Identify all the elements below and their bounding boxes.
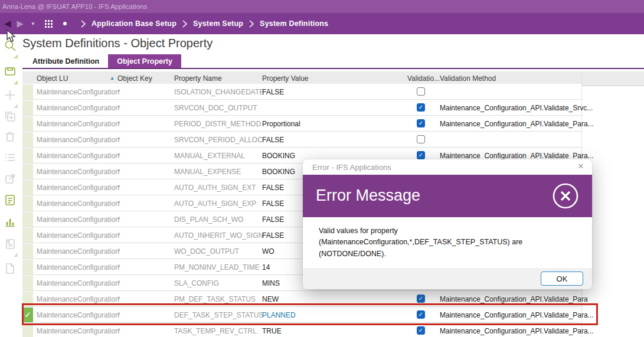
cell-property-name: PM_NONINV_LEAD_TIME (174, 263, 260, 271)
row-selector-cell[interactable]: ✓ (22, 196, 33, 211)
dialog-close-icon[interactable]: × (576, 161, 586, 172)
column-header-property-value[interactable]: Property Value (262, 74, 309, 83)
row-selector-cell[interactable]: ✓ (22, 292, 33, 306)
cell-property-name: AUTO_INHERIT_WO_SIGN (174, 231, 263, 240)
column-header-object-key[interactable]: Object Key (117, 74, 152, 83)
window-title: Anna-Lena @ IFSUAT APP10 - IFS Applicati… (2, 3, 147, 10)
cell-property-name: TASK_TEMP_REV_CTRL (174, 327, 257, 335)
tab-strip: Attribute Definition Object Property (24, 54, 181, 68)
window-titlebar: Anna-Lena @ IFSUAT APP10 - IFS Applicati… (0, 0, 644, 13)
row-selector-cell[interactable]: ✓ (22, 84, 33, 99)
table-row[interactable]: ✓ MaintenanceConfiguration * DEF_TASK_ST… (22, 307, 581, 323)
column-header-property-name[interactable]: Property Name (174, 74, 222, 83)
row-selector-cell[interactable]: ✓ (22, 323, 33, 337)
dialog-title: Error - IFS Applications (312, 163, 391, 172)
table-row[interactable]: ✓ MaintenanceConfiguration * PERIOD_DIST… (22, 116, 581, 132)
cell-object-lu: MaintenanceConfiguration (37, 263, 119, 271)
save-badge-icon (14, 80, 18, 84)
cell-object-lu: MaintenanceConfiguration (37, 215, 119, 224)
cell-object-key: * (117, 295, 120, 303)
cell-property-value: FALSE (262, 88, 284, 96)
nav-bullet-icon (63, 22, 67, 25)
cell-object-key: * (117, 120, 120, 128)
breadcrumb-item-system-definitions[interactable]: System Definitions (260, 19, 328, 28)
row-selector-cell[interactable]: ✓ (22, 307, 33, 322)
row-selector-cell[interactable]: ✓ (22, 260, 33, 274)
breadcrumb-separator-icon (80, 19, 86, 28)
column-header-validation[interactable]: Validatio... (407, 74, 440, 83)
validation-checkbox[interactable]: ✓ (417, 103, 425, 112)
validation-checkbox[interactable] (417, 135, 425, 143)
validation-checkbox[interactable]: ✓ (417, 295, 425, 303)
cell-property-name: DIS_PLAN_SCH_WO (174, 215, 243, 224)
row-selector-cell[interactable]: ✓ (22, 244, 33, 259)
cell-object-lu: MaintenanceConfiguration (37, 279, 119, 287)
validation-checkbox[interactable]: ✓ (417, 326, 425, 335)
cell-property-name: WO_DOC_OUTPUT (174, 247, 239, 256)
table-row[interactable]: ✓ MaintenanceConfiguration * ISOLATION_C… (22, 84, 581, 100)
table-row[interactable]: ✓ MaintenanceConfiguration * PM_DEF_TASK… (22, 291, 581, 307)
row-selector-cell[interactable]: ✓ (22, 228, 33, 243)
search-icon[interactable] (4, 39, 17, 52)
cell-object-lu: MaintenanceConfiguration (37, 104, 119, 112)
dialog-banner: Error Message (303, 175, 592, 217)
table-row[interactable]: ✓ MaintenanceConfiguration * SRVCON_PERI… (22, 132, 581, 148)
forward-icon[interactable]: ▶ (17, 18, 24, 29)
checklist-icon[interactable] (4, 194, 17, 207)
cell-object-lu: MaintenanceConfiguration (37, 295, 119, 303)
column-header-validation-method[interactable]: Validation Method (440, 74, 496, 83)
cell-property-name: DEF_TASK_STEP_STATUS (174, 311, 263, 319)
error-dialog: Error - IFS Applications × Error Message… (303, 159, 592, 289)
row-selector-cell[interactable]: ✓ (22, 132, 33, 147)
breadcrumb-item-application-base-setup[interactable]: Application Base Setup (91, 19, 176, 28)
breadcrumb-item-system-setup[interactable]: System Setup (193, 19, 243, 28)
row-selector-cell[interactable]: ✓ (22, 100, 33, 115)
cell-object-lu: MaintenanceConfiguration (37, 88, 119, 96)
cell-validation-method: Maintenance_Configuration_API.Validate_P… (440, 152, 594, 160)
breadcrumb-separator-icon (249, 19, 254, 28)
cell-object-lu: MaintenanceConfiguration (37, 231, 119, 240)
cell-object-lu: MaintenanceConfiguration (37, 152, 119, 160)
row-selector-cell[interactable]: ✓ (22, 212, 33, 227)
row-selector-cell[interactable]: ✓ (22, 164, 33, 179)
cell-property-value: BOOKING (262, 168, 295, 176)
tab-attribute-definition[interactable]: Attribute Definition (24, 54, 108, 68)
sort-ascending-icon[interactable]: ▲ (110, 76, 115, 81)
tab-object-property[interactable]: Object Property (108, 54, 181, 68)
open-external-icon (4, 172, 17, 185)
cell-property-name: AUTO_AUTH_SIGN_EXT (174, 184, 256, 192)
document-info-icon (4, 237, 17, 250)
cell-property-name: SRVCON_PERIOD_ALLOC (174, 136, 263, 144)
validation-checkbox[interactable]: ✓ (417, 119, 425, 127)
cell-property-name: SLA_CONFIG (174, 279, 219, 287)
navigation-bar: ◀ ▶ ▼ Application Base Setup System Setu… (0, 13, 644, 34)
row-selector-cell[interactable]: ✓ (22, 116, 33, 131)
add-badge-icon (14, 104, 18, 108)
cell-object-key: * (117, 199, 120, 208)
cell-object-key: * (117, 311, 120, 319)
row-selector-cell[interactable]: ✓ (22, 276, 33, 290)
cell-object-key: * (117, 168, 120, 176)
history-dropdown-icon[interactable]: ▼ (31, 21, 35, 27)
table-row[interactable]: ✓ MaintenanceConfiguration * SRVCON_DOC_… (22, 100, 581, 116)
table-row[interactable]: ✓ MaintenanceConfiguration * TASK_TEMP_R… (22, 323, 581, 337)
cell-property-value: Proportional (262, 120, 300, 128)
cell-property-name: MANUAL_EXTERNAL (174, 152, 245, 160)
bar-chart-icon[interactable] (4, 215, 17, 228)
validation-checkbox[interactable]: ✓ (417, 151, 425, 159)
save-icon[interactable] (4, 65, 17, 78)
column-header-object-lu[interactable]: Object LU (37, 74, 68, 83)
cell-property-value: FALSE (262, 184, 284, 192)
validation-checkbox[interactable] (417, 87, 425, 96)
cell-property-name: AUTO_AUTH_SIGN_EXP (174, 199, 256, 208)
back-icon[interactable]: ◀ (4, 18, 11, 29)
row-selector-cell[interactable]: ✓ (22, 148, 33, 163)
validation-checkbox[interactable]: ✓ (417, 310, 425, 319)
cell-object-lu: MaintenanceConfiguration (37, 184, 119, 192)
app-launcher-icon[interactable] (45, 20, 53, 28)
delete-icon (4, 130, 17, 143)
cell-property-value: NEW (262, 295, 279, 303)
row-selector-cell[interactable]: ✓ (22, 180, 33, 195)
search-badge-icon (14, 54, 18, 58)
ok-button[interactable]: OK (541, 271, 583, 286)
